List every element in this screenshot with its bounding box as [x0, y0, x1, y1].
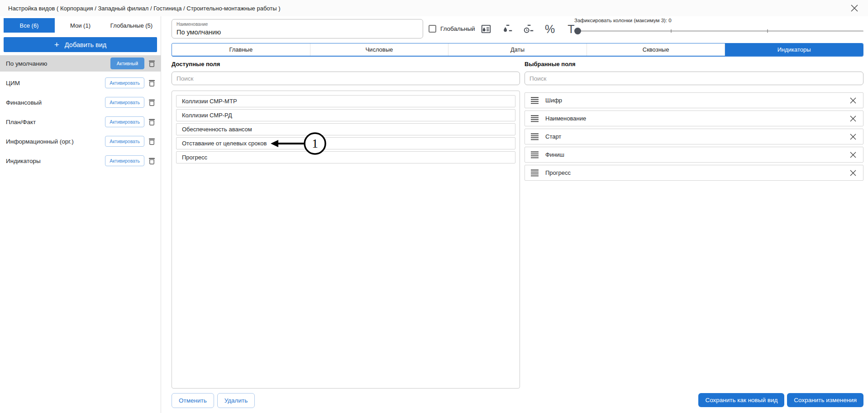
tab-date-fields[interactable]: Даты	[448, 43, 587, 56]
remove-field-icon[interactable]	[849, 96, 857, 105]
view-name: По умолчанию	[6, 60, 110, 67]
percent-icon[interactable]: %	[543, 22, 557, 36]
trash-icon[interactable]	[148, 118, 155, 126]
available-field-progress[interactable]: Прогресс	[176, 151, 515, 163]
available-fields-list: Коллизии СМР-МТР Коллизии СМР-РД Обеспеч…	[172, 91, 520, 389]
close-icon[interactable]	[849, 3, 860, 14]
selected-field-naimenovanie[interactable]: Наименование	[525, 110, 863, 126]
selected-field-label: Шифр	[545, 97, 849, 104]
available-fields-column: Доступные поля Коллизии СМР-МТР Коллизии…	[172, 61, 520, 389]
trash-icon[interactable]	[148, 137, 155, 145]
view-settings-dialog: Настройка видов ( Корпорация / Западный …	[0, 0, 868, 413]
view-list: По умолчанию Активный ЦИМ Активировать Ф…	[0, 55, 161, 169]
view-row-plan-fact[interactable]: План/Факт Активировать	[0, 114, 161, 130]
tab-indicator-fields[interactable]: Индикаторы	[725, 43, 863, 56]
add-view-button[interactable]: + Добавить вид	[4, 37, 157, 52]
name-input[interactable]	[172, 27, 423, 37]
field-category-tabs: Главные Числовые Даты Сквозные Индикатор…	[172, 43, 863, 57]
view-name: Финансовый	[6, 99, 105, 106]
svg-text:1: 1	[312, 137, 318, 150]
selected-field-start[interactable]: Старт	[525, 129, 863, 144]
global-checkbox-label: Глобальный	[440, 25, 475, 32]
conditional-fill-icon[interactable]	[479, 22, 493, 36]
format-toolbar: % T	[479, 22, 578, 36]
fill-remove-icon[interactable]	[501, 22, 514, 36]
slider-track[interactable]	[574, 30, 863, 32]
freeze-columns-label: Зафиксировать колонки (максимум 3): 0	[574, 18, 863, 23]
trash-icon[interactable]	[148, 59, 155, 67]
selected-field-label: Прогресс	[545, 169, 849, 176]
footer-left-buttons: Отменить Удалить	[172, 393, 255, 408]
available-search-input[interactable]	[172, 72, 520, 85]
drag-handle-icon[interactable]	[531, 169, 539, 177]
remove-field-icon[interactable]	[849, 151, 857, 159]
titlebar: Настройка видов ( Корпорация / Западный …	[0, 0, 868, 16]
global-checkbox-group: Глобальный	[429, 25, 475, 33]
trash-icon[interactable]	[148, 98, 155, 106]
selected-field-progress[interactable]: Прогресс	[525, 165, 863, 181]
view-row-indicators[interactable]: Индикаторы Активировать	[0, 153, 161, 169]
activate-button[interactable]: Активировать	[105, 155, 144, 166]
trash-icon[interactable]	[148, 79, 155, 87]
available-field-kollizii-smr-rd[interactable]: Коллизии СМР-РД	[176, 109, 515, 121]
name-field-label: Наименование	[176, 22, 208, 27]
slider-thumb[interactable]	[574, 28, 581, 34]
available-field-obespechennost-avansom[interactable]: Обеспеченность авансом	[176, 123, 515, 135]
tab-main-fields[interactable]: Главные	[172, 43, 310, 56]
view-row-informational[interactable]: Информационный (орг.) Активировать	[0, 133, 161, 149]
global-checkbox[interactable]	[429, 25, 436, 33]
dialog-title: Настройка видов ( Корпорация / Западный …	[8, 5, 281, 12]
tab-my-views[interactable]: Мои (1)	[55, 18, 106, 33]
freeze-columns-slider[interactable]	[574, 27, 863, 34]
tab-numeric-fields[interactable]: Числовые	[310, 43, 449, 56]
freeze-columns-group: Зафиксировать колонки (максимум 3): 0	[574, 18, 863, 34]
remove-field-icon[interactable]	[849, 169, 857, 177]
activate-button[interactable]: Активировать	[105, 136, 144, 147]
drag-handle-icon[interactable]	[531, 151, 539, 159]
sidebar-tabs: Все (6) Мои (1) Глобальные (5)	[4, 18, 157, 33]
activate-button[interactable]: Активировать	[105, 77, 144, 88]
save-changes-button[interactable]: Сохранить изменения	[787, 393, 863, 407]
view-name: Информационный (орг.)	[6, 138, 105, 145]
drag-handle-icon[interactable]	[531, 133, 539, 141]
activate-button[interactable]: Активировать	[105, 97, 144, 108]
selected-search-input[interactable]	[525, 72, 863, 85]
selected-field-finish[interactable]: Финиш	[525, 147, 863, 163]
selected-fields-column: Выбранные поля Шифр Наименование	[525, 61, 863, 183]
active-badge[interactable]: Активный	[110, 58, 144, 69]
selected-field-shifr[interactable]: Шифр	[525, 92, 863, 108]
available-field-otstavanie[interactable]: Отставание от целевых сроков 1	[176, 137, 515, 149]
remove-field-icon[interactable]	[849, 133, 857, 141]
save-as-new-view-button[interactable]: Сохранить как новый вид	[698, 393, 784, 407]
selected-field-label: Старт	[545, 133, 849, 140]
footer-right-buttons: Сохранить как новый вид Сохранить измене…	[698, 393, 863, 407]
view-editor: Наименование Глобальный % T Зафиксироват…	[162, 16, 868, 413]
delete-button[interactable]: Удалить	[217, 393, 255, 408]
view-name: ЦИМ	[6, 80, 105, 86]
tab-cross-fields[interactable]: Сквозные	[587, 43, 725, 56]
activate-button[interactable]: Активировать	[105, 116, 144, 127]
drag-handle-icon[interactable]	[531, 96, 539, 105]
cancel-button[interactable]: Отменить	[172, 393, 214, 408]
view-name: План/Факт	[6, 119, 105, 125]
drag-handle-icon[interactable]	[531, 115, 539, 123]
available-field-label: Отставание от целевых сроков	[182, 140, 267, 147]
plus-icon: +	[54, 40, 59, 49]
tab-all-views[interactable]: Все (6)	[4, 18, 55, 33]
tab-global-views[interactable]: Глобальные (5)	[106, 18, 157, 33]
remove-field-icon[interactable]	[849, 115, 857, 123]
slider-tick	[767, 29, 768, 33]
available-fields-title: Доступные поля	[172, 61, 520, 68]
slider-tick	[671, 29, 672, 33]
add-view-label: Добавить вид	[65, 41, 106, 48]
view-name-field[interactable]: Наименование	[172, 19, 423, 38]
view-row-financial[interactable]: Финансовый Активировать	[0, 94, 161, 110]
selected-field-label: Наименование	[545, 115, 849, 122]
selected-fields-list: Шифр Наименование	[525, 92, 863, 181]
view-row-cim[interactable]: ЦИМ Активировать	[0, 75, 161, 91]
view-row-default[interactable]: По умолчанию Активный	[0, 55, 161, 72]
trash-icon[interactable]	[148, 157, 155, 165]
time-remove-icon[interactable]	[522, 22, 535, 36]
available-field-kollizii-smr-mtr[interactable]: Коллизии СМР-МТР	[176, 95, 515, 107]
view-name: Индикаторы	[6, 158, 105, 164]
